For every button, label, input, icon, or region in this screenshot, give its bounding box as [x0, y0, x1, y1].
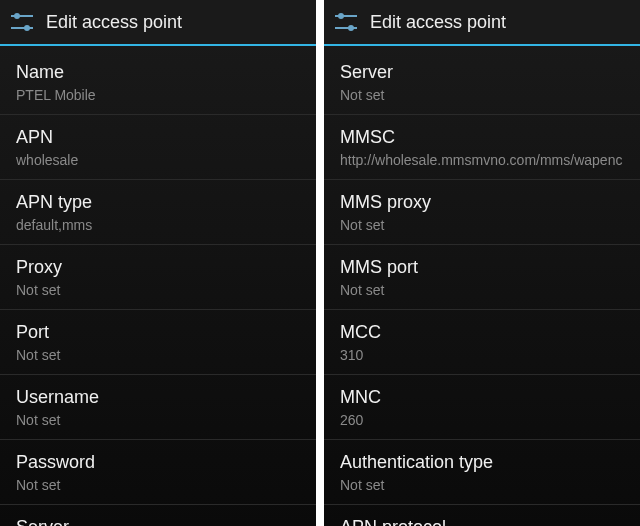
setting-value: Not set [16, 346, 300, 364]
setting-label: Name [16, 60, 300, 84]
svg-point-3 [24, 25, 30, 31]
settings-list-right: Server Not set MMSC http://wholesale.mms… [324, 46, 640, 526]
setting-value: Not set [16, 411, 300, 429]
setting-item-mnc[interactable]: MNC 260 [324, 375, 640, 440]
setting-label: MCC [340, 320, 624, 344]
setting-label: APN [16, 125, 300, 149]
phone-left: Edit access point Name PTEL Mobile APN w… [0, 0, 316, 526]
setting-label: Authentication type [340, 450, 624, 474]
setting-value: PTEL Mobile [16, 86, 300, 104]
svg-point-1 [14, 13, 20, 19]
setting-value: Not set [340, 86, 624, 104]
setting-label: MMS proxy [340, 190, 624, 214]
setting-label: Proxy [16, 255, 300, 279]
setting-value: Not set [340, 281, 624, 299]
action-bar: Edit access point [0, 0, 316, 46]
setting-label: Server [16, 515, 300, 526]
setting-label: Username [16, 385, 300, 409]
setting-item-server[interactable]: Server Not set [324, 50, 640, 115]
setting-item-mms-port[interactable]: MMS port Not set [324, 245, 640, 310]
setting-item-apn-type[interactable]: APN type default,mms [0, 180, 316, 245]
setting-label: Server [340, 60, 624, 84]
setting-value: http://wholesale.mmsmvno.com/mms/wapenc [340, 151, 624, 169]
settings-sliders-icon [332, 8, 360, 36]
setting-item-auth-type[interactable]: Authentication type Not set [324, 440, 640, 505]
setting-item-password[interactable]: Password Not set [0, 440, 316, 505]
setting-value: Not set [16, 476, 300, 494]
setting-value: Not set [16, 281, 300, 299]
setting-item-proxy[interactable]: Proxy Not set [0, 245, 316, 310]
setting-item-server[interactable]: Server [0, 505, 316, 526]
setting-label: MNC [340, 385, 624, 409]
action-bar: Edit access point [324, 0, 640, 46]
setting-label: APN type [16, 190, 300, 214]
page-title: Edit access point [46, 12, 182, 33]
setting-value: Not set [340, 476, 624, 494]
setting-item-username[interactable]: Username Not set [0, 375, 316, 440]
setting-value: 260 [340, 411, 624, 429]
setting-item-name[interactable]: Name PTEL Mobile [0, 50, 316, 115]
setting-value: Not set [340, 216, 624, 234]
page-title: Edit access point [370, 12, 506, 33]
settings-list-left: Name PTEL Mobile APN wholesale APN type … [0, 46, 316, 526]
setting-item-mmsc[interactable]: MMSC http://wholesale.mmsmvno.com/mms/wa… [324, 115, 640, 180]
setting-item-mms-proxy[interactable]: MMS proxy Not set [324, 180, 640, 245]
setting-value: wholesale [16, 151, 300, 169]
setting-value: 310 [340, 346, 624, 364]
setting-label: MMS port [340, 255, 624, 279]
svg-point-7 [348, 25, 354, 31]
setting-item-port[interactable]: Port Not set [0, 310, 316, 375]
settings-sliders-icon [8, 8, 36, 36]
setting-item-apn[interactable]: APN wholesale [0, 115, 316, 180]
setting-value: default,mms [16, 216, 300, 234]
setting-label: Password [16, 450, 300, 474]
phone-right: Edit access point Server Not set MMSC ht… [324, 0, 640, 526]
setting-label: APN protocol [340, 515, 624, 526]
setting-label: Port [16, 320, 300, 344]
setting-item-apn-protocol[interactable]: APN protocol [324, 505, 640, 526]
setting-label: MMSC [340, 125, 624, 149]
setting-item-mcc[interactable]: MCC 310 [324, 310, 640, 375]
svg-point-5 [338, 13, 344, 19]
